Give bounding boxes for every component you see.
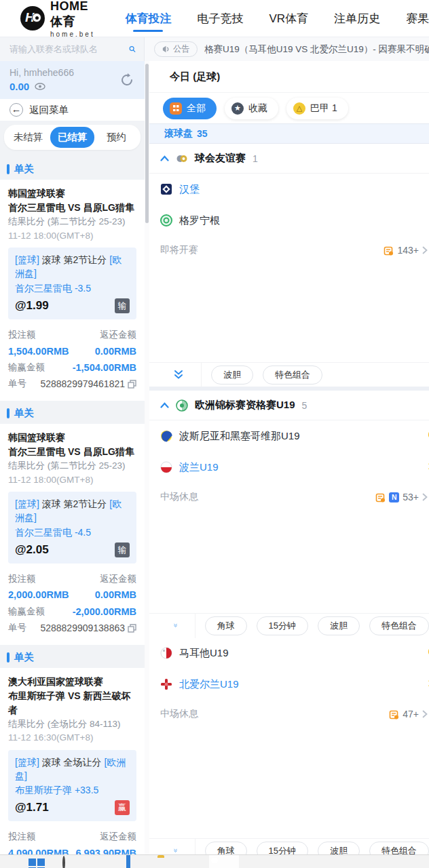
qq-app-icon[interactable] (209, 855, 239, 868)
chip-special-combo[interactable]: 特色组合 (263, 366, 322, 384)
refresh-icon[interactable] (119, 72, 135, 88)
taskbar-app-green-icon[interactable] (311, 857, 329, 868)
match-status-row[interactable]: 中场休息 47+ (149, 700, 429, 728)
slip-time: 11-12 18:00(GMT+8) (8, 473, 136, 487)
copy-icon[interactable] (128, 624, 136, 633)
taskbar-search-icon[interactable] (62, 857, 80, 868)
chevron-up-icon[interactable] (160, 155, 169, 161)
expand-double-chevron-icon[interactable] (174, 370, 183, 380)
taskbar-app-orange-icon[interactable] (189, 857, 206, 868)
taskbar-window-app-icon[interactable] (126, 857, 144, 868)
sport-tag: [篮球] (15, 254, 39, 265)
match-status-row[interactable]: 即将开赛 143+ (149, 236, 429, 264)
tab-unsettled[interactable]: 未结算 (6, 127, 50, 148)
nav-sports-betting[interactable]: 体育投注 (125, 1, 171, 36)
chrome-icon[interactable] (248, 857, 266, 868)
taskbar-cloud-app-icon[interactable] (280, 857, 297, 868)
filter-league-label: 巴甲 1 (310, 102, 337, 115)
nav-esports[interactable]: 电子竞技 (197, 1, 243, 36)
away-team-name[interactable]: 波兰U19 (179, 461, 219, 474)
slip-teams: 布里斯班子弹 VS 新西兰破坏者 (8, 689, 136, 717)
odds-area-empty (149, 728, 429, 838)
bet-type-text: 单关 (14, 407, 34, 420)
nav-bet-history[interactable]: 注单历史 (334, 1, 380, 36)
back-arrow-icon: ← (10, 103, 23, 117)
copy-icon[interactable] (128, 380, 136, 389)
filter-league-baja[interactable]: △ 巴甲 1 (286, 98, 348, 119)
refund-value: 0.00RMB (95, 343, 136, 360)
back-to-menu-label: 返回菜单 (29, 104, 69, 117)
live-markets-row[interactable]: 滚球盘 35 (149, 123, 429, 144)
chip-15min[interactable]: 15分钟 (257, 616, 308, 635)
league-filter-row: 全部 ★ 收藏 △ 巴甲 1 (149, 92, 429, 123)
away-team-row[interactable]: 格罗宁根 (149, 205, 429, 236)
bet-slip-card: 韩国篮球联赛 首尔三星雷电 VS 昌原LG猎隼 结果比分 (第二节比分 25-2… (0, 180, 145, 401)
divider (201, 363, 202, 387)
settlement-tabs: 未结算 已结算 预约 (4, 125, 141, 150)
outcome-badge-lose: 输 (115, 542, 130, 557)
poland-u19-logo (160, 461, 172, 473)
bet-slip-group: 单关 韩国篮球联赛 首尔三星雷电 VS 昌原LG猎隼 结果比分 (第二节比分 2… (0, 157, 145, 401)
slip-league: 韩国篮球联赛 (8, 186, 136, 201)
bet-selection-box[interactable]: [篮球] 滚球 第2节让分 [欧洲盘] 首尔三星雷电 -4.5 @2.05 输 (8, 492, 136, 564)
scrollbar-thumb[interactable] (145, 64, 149, 223)
bet-selection-box[interactable]: [篮球] 滚球 第2节让分 [欧洲盘] 首尔三星雷电 -3.5 @1.99 输 (8, 248, 136, 319)
slip-result-score: 结果比分 (全场比分 84-113) (8, 717, 136, 732)
chip-corners[interactable]: 角球 (205, 616, 247, 635)
sidebar-scrollbar (145, 61, 149, 868)
away-team-name[interactable]: 北爱尔兰U19 (179, 678, 239, 691)
refund-label: 返还金额 (100, 328, 136, 343)
filter-favorites[interactable]: ★ 收藏 (225, 98, 278, 119)
blue-bar-icon (7, 652, 10, 663)
tab-reserved[interactable]: 预约 (94, 127, 138, 148)
away-team-row[interactable]: 北爱尔兰U19 1 (149, 669, 429, 700)
stake-label: 投注额 (8, 829, 36, 845)
filter-favorites-label: 收藏 (248, 102, 267, 115)
tab-settled[interactable]: 已结算 (50, 127, 94, 148)
chevron-up-icon[interactable] (160, 402, 169, 408)
match-hamburg-groningen: 汉堡 格罗宁根 即将开赛 143+ (149, 174, 429, 387)
file-explorer-icon[interactable] (157, 857, 175, 868)
filter-all[interactable]: 全部 (163, 98, 217, 119)
away-team-row[interactable]: 波兰U19 1 (149, 452, 429, 483)
odds-area-empty (149, 511, 429, 613)
sport-tag: [篮球] (15, 498, 39, 509)
match-bosnia-poland: 波斯尼亚和黑塞哥维那U19 0 波兰U19 1 中场休息 (149, 420, 429, 637)
home-team-row[interactable]: 汉堡 (149, 174, 429, 205)
amounts-block: 投注额 返还金额 1,504.00RMB 0.00RMB 输赢金额 -1,504… (8, 328, 136, 393)
home-team-row[interactable]: 马耳他U19 0 (149, 637, 429, 669)
section-header-euro-u19[interactable]: 欧洲锦标赛资格赛U19 5 (149, 391, 429, 420)
markets-count[interactable]: N 53+ (375, 492, 428, 502)
nav-results[interactable]: 赛果 (406, 1, 429, 36)
search-bar (0, 37, 145, 61)
megaphone-icon (162, 45, 170, 54)
taskbar-app-gray-icon[interactable] (95, 857, 113, 868)
home-team-name[interactable]: 汉堡 (179, 183, 200, 196)
markets-count-text: 143+ (397, 245, 419, 256)
search-icon[interactable] (129, 43, 136, 55)
odds-value: @1.99 (15, 299, 49, 313)
chip-correct-score[interactable]: 波胆 (211, 366, 253, 384)
winloss-label: 输赢金额 (8, 360, 45, 376)
bet-selection-box[interactable]: [篮球] 滚球 全场让分 [欧洲盘] 布里斯班子弹 +33.5 @1.71 赢 (8, 750, 136, 822)
chevron-right-icon (422, 710, 428, 718)
back-to-menu-button[interactable]: ← 返回菜单 (0, 99, 145, 121)
chip-correct-score[interactable]: 波胆 (318, 616, 360, 635)
away-team-name[interactable]: 格罗宁根 (179, 214, 220, 227)
brand-logo[interactable]: H HOME体育 home.bet (0, 0, 107, 38)
chip-special-combo[interactable]: 特色组合 (369, 616, 429, 635)
home-team-row[interactable]: 波斯尼亚和黑塞哥维那U19 0 (149, 420, 429, 452)
markets-count[interactable]: 143+ (384, 245, 428, 256)
nav-vr-sports[interactable]: VR体育 (269, 1, 308, 36)
search-input[interactable] (10, 44, 129, 54)
hamburg-logo (160, 183, 172, 195)
section-header-friendly[interactable]: 球会友谊赛 1 (149, 144, 429, 174)
markets-count[interactable]: 47+ (389, 709, 428, 719)
expand-double-chevron-icon[interactable] (174, 620, 177, 631)
match-status-row[interactable]: 中场休息 N 53+ (149, 483, 429, 511)
home-team-name[interactable]: 马耳他U19 (179, 647, 229, 660)
home-team-name[interactable]: 波斯尼亚和黑塞哥维那U19 (179, 430, 300, 443)
market-name: 滚球 第2节让分 (42, 254, 107, 265)
start-button[interactable] (29, 857, 46, 868)
eye-icon[interactable] (35, 83, 45, 90)
